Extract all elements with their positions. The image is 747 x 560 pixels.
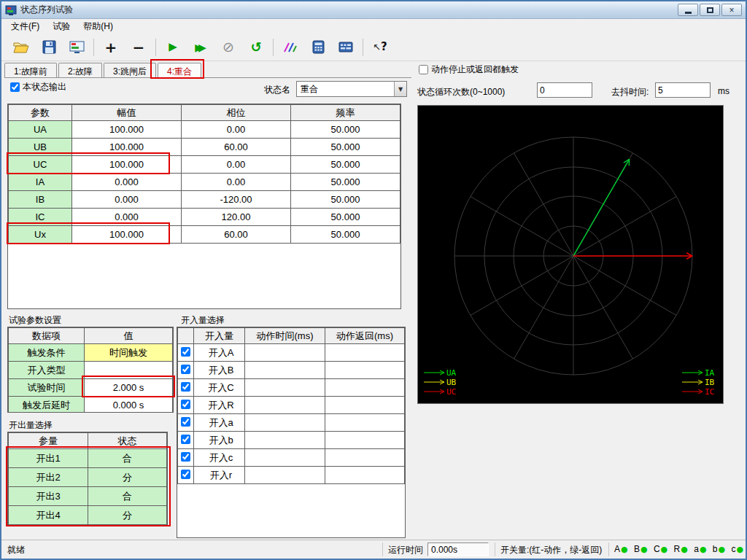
frequency-cell[interactable]: 50.000 bbox=[291, 139, 400, 156]
status-divider bbox=[495, 542, 495, 556]
input-r-checkbox[interactable] bbox=[181, 470, 190, 479]
value-cell[interactable]: 时间触发 bbox=[85, 344, 173, 362]
menu-test[interactable]: 试验 bbox=[46, 19, 77, 34]
tab-state-1[interactable]: 1:故障前 bbox=[4, 63, 57, 78]
window-title: 状态序列试验 bbox=[20, 4, 73, 16]
action-time-cell bbox=[245, 432, 325, 449]
value-cell[interactable]: 2.000 s bbox=[85, 379, 173, 397]
switch-legend-label: 开关量:(红-动作，绿-返回) bbox=[500, 544, 602, 556]
menu-help[interactable]: 帮助(H) bbox=[77, 19, 120, 34]
remove-state-button[interactable]: − bbox=[125, 36, 152, 58]
input-a-checkbox[interactable] bbox=[181, 417, 190, 427]
title-bar[interactable]: 状态序列试验 × bbox=[1, 1, 746, 19]
loop-count-input[interactable] bbox=[537, 82, 592, 98]
input-C-checkbox[interactable] bbox=[181, 382, 190, 392]
row-test-time: 试验时间 2.000 s bbox=[9, 379, 173, 397]
reset-button[interactable]: ↺ bbox=[242, 36, 270, 58]
minimize-button[interactable] bbox=[678, 4, 698, 16]
phase-cell[interactable]: 0.00 bbox=[182, 174, 291, 191]
col-amplitude: 幅值 bbox=[72, 105, 182, 121]
phase-cell[interactable]: -120.00 bbox=[182, 191, 291, 209]
menu-file[interactable]: 文件(F) bbox=[4, 19, 46, 34]
run-continuous-icon: ▶▶ bbox=[195, 42, 206, 52]
state-output-checkbox[interactable] bbox=[10, 82, 20, 92]
menu-bar: 文件(F) 试验 帮助(H) bbox=[1, 19, 746, 34]
amplitude-cell[interactable]: 100.000 bbox=[72, 121, 182, 139]
phase-cell[interactable]: 0.00 bbox=[182, 121, 291, 139]
stop-icon: ⊘ bbox=[222, 40, 234, 54]
tab-state-3[interactable]: 3:跳闸后 bbox=[104, 63, 156, 78]
context-help-button[interactable]: ↖ ? bbox=[366, 36, 394, 58]
toolbar-separator bbox=[273, 39, 274, 56]
return-time-cell bbox=[325, 397, 405, 414]
run-button[interactable]: ▶ bbox=[159, 36, 187, 58]
input-B-checkbox[interactable] bbox=[181, 365, 190, 374]
status-bar: 就绪 运行时间 0.000s 开关量:(红-动作，绿-返回) A● B● C● … bbox=[1, 540, 746, 559]
amplitude-cell[interactable]: 100.000 bbox=[72, 156, 182, 174]
frequency-cell[interactable]: 50.000 bbox=[291, 121, 400, 139]
switch-indicator-R: R● bbox=[674, 544, 688, 554]
tab-state-2[interactable]: 2:故障 bbox=[58, 63, 102, 78]
phasor-diagram: UAUBUCIAIBIC bbox=[418, 106, 723, 403]
return-time-cell bbox=[325, 362, 405, 379]
status-divider bbox=[382, 542, 383, 556]
value-cell[interactable]: 0.000 s bbox=[85, 397, 173, 413]
maximize-button[interactable] bbox=[700, 4, 720, 16]
frequency-cell[interactable]: 50.000 bbox=[291, 226, 400, 244]
action-time-cell bbox=[245, 414, 325, 432]
soft-panel-icon bbox=[338, 41, 353, 53]
output-state-cell[interactable]: 分 bbox=[88, 468, 167, 487]
state-name-combobox[interactable]: 重合 ▼ bbox=[296, 81, 407, 97]
waveform-button[interactable] bbox=[276, 36, 304, 58]
phase-cell[interactable]: 60.00 bbox=[182, 226, 291, 244]
state-name-label: 状态名 bbox=[264, 84, 290, 96]
amplitude-cell[interactable]: 0.000 bbox=[72, 191, 182, 209]
open-button[interactable] bbox=[7, 36, 35, 58]
run-continuous-button[interactable]: ▶▶ bbox=[187, 36, 214, 58]
input-A-checkbox[interactable] bbox=[181, 347, 190, 357]
output-state-cell[interactable]: 合 bbox=[88, 449, 167, 468]
chevron-down-icon[interactable]: ▼ bbox=[394, 82, 406, 96]
action-time-cell bbox=[245, 344, 325, 362]
input-b-checkbox[interactable] bbox=[181, 435, 190, 444]
frequency-cell[interactable]: 50.000 bbox=[291, 191, 400, 209]
col-value: 值 bbox=[85, 328, 173, 344]
frequency-cell[interactable]: 50.000 bbox=[291, 156, 400, 174]
return-time-cell bbox=[325, 467, 405, 484]
tab-state-4[interactable]: 4:重合 bbox=[158, 63, 201, 78]
row-input-r: 开入r bbox=[178, 467, 405, 484]
output-name-cell: 开出1 bbox=[9, 449, 88, 468]
input-name-cell: 开入R bbox=[194, 397, 245, 414]
frequency-cell[interactable]: 50.000 bbox=[291, 174, 400, 191]
debounce-time-input[interactable] bbox=[655, 82, 711, 98]
amplitude-cell[interactable]: 0.000 bbox=[72, 209, 182, 226]
phase-cell[interactable]: 0.00 bbox=[182, 156, 291, 174]
col-data-item: 数据项 bbox=[9, 328, 85, 344]
close-button[interactable]: × bbox=[721, 4, 742, 16]
col-frequency: 频率 bbox=[291, 105, 400, 121]
value-cell[interactable] bbox=[85, 362, 173, 379]
stop-button[interactable]: ⊘ bbox=[214, 36, 242, 58]
save-button[interactable] bbox=[35, 36, 63, 58]
input-c-checkbox[interactable] bbox=[181, 452, 190, 462]
table-row-ux: Ux 100.000 60.00 50.000 bbox=[9, 226, 400, 244]
switch-indicator-a: a● bbox=[694, 544, 706, 554]
output-state-cell[interactable]: 分 bbox=[88, 506, 167, 525]
amplitude-cell[interactable]: 100.000 bbox=[72, 139, 182, 156]
phase-cell[interactable]: 120.00 bbox=[182, 209, 291, 226]
display-settings-button[interactable] bbox=[63, 36, 90, 58]
calculator-button[interactable] bbox=[304, 36, 332, 58]
row-output-3: 开出3 合 bbox=[9, 487, 167, 506]
debounce-unit-label: ms bbox=[718, 86, 729, 96]
output-state-cell[interactable]: 合 bbox=[88, 487, 167, 506]
soft-panel-button[interactable] bbox=[332, 36, 360, 58]
amplitude-cell[interactable]: 100.000 bbox=[72, 226, 182, 244]
return-time-cell bbox=[325, 449, 405, 467]
phase-cell[interactable]: 60.00 bbox=[182, 139, 291, 156]
trigger-mode-checkbox[interactable] bbox=[419, 65, 428, 74]
input-R-checkbox[interactable] bbox=[181, 400, 190, 409]
col-return-time: 动作返回(ms) bbox=[325, 328, 405, 344]
frequency-cell[interactable]: 50.000 bbox=[291, 209, 400, 226]
amplitude-cell[interactable]: 0.000 bbox=[72, 174, 182, 191]
add-state-button[interactable]: + bbox=[97, 36, 125, 58]
